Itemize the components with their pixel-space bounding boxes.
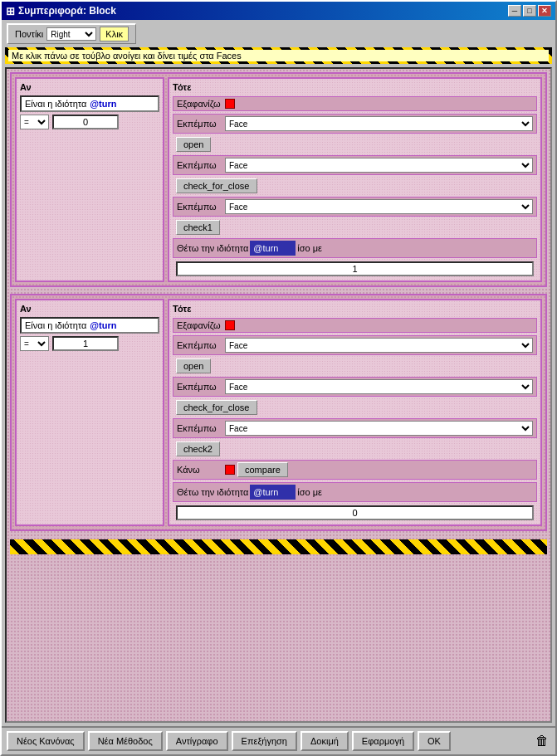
copy-button[interactable]: Αντίγραφο xyxy=(166,731,228,751)
rule2-check2-btn[interactable]: check2 xyxy=(176,441,220,456)
rule2-face-select-2[interactable]: Face xyxy=(225,379,533,394)
rule1-ekpempo1-label: Εκπέμπω xyxy=(177,119,222,129)
rule1-exafanizo-label: Εξαφανίζω xyxy=(177,99,222,109)
rule1-check-close-btn[interactable]: check_for_close xyxy=(176,178,257,193)
rule1-action-ekpempo1: Εκπέμπω Face xyxy=(173,114,537,134)
rule1-red-dot-1 xyxy=(225,99,235,109)
rule1-open-btn-row: open xyxy=(173,136,537,153)
main-window: ⊞ Συμπεριφορά: Block ─ □ ✕ Ποντίκι Right… xyxy=(0,0,557,756)
rule2-red-dot-2 xyxy=(225,465,235,475)
rule2-check-close-btn-row: check_for_close xyxy=(173,399,537,416)
rule2-row: Αν Είναι η ιδιότητα @turn = 1 xyxy=(15,299,542,526)
rule2-red-dot-1 xyxy=(225,320,235,330)
rule1-action-ekpempo2: Εκπέμπω Face xyxy=(173,155,537,175)
rule2-ekpempo2-label: Εκπέμπω xyxy=(177,382,222,392)
rule2-compare-btn[interactable]: compare xyxy=(237,462,288,477)
rule2-face-select-3[interactable]: Face xyxy=(225,421,533,436)
new-method-button[interactable]: Νέα Μέθοδος xyxy=(88,731,163,751)
rule1-action-ekpempo3: Εκπέμπω Face xyxy=(173,197,537,217)
rule2-eq-select[interactable]: = xyxy=(20,336,49,351)
rule2-action-ekpempo3: Εκπέμπω Face xyxy=(173,418,537,438)
warning-bar: Με κλικ πάνω σε τούβλο ανοίγει και δίνει… xyxy=(5,47,552,64)
rule2-action-ekpempo2: Εκπέμπω Face xyxy=(173,377,537,397)
rule2-kano-label: Κάνω xyxy=(177,465,222,475)
rule1-face-select-3[interactable]: Face xyxy=(225,199,533,214)
bottom-warning-bar xyxy=(10,539,547,554)
rule2-set-label: Θέτω την ιδιότητα xyxy=(177,487,248,497)
rule-panel-1: Αν Είναι η ιδιότητα @turn = 0 xyxy=(10,72,547,287)
title-bar-left: ⊞ Συμπεριφορά: Block xyxy=(6,5,116,17)
rule1-at-field: @turn xyxy=(250,241,296,256)
new-rule-button[interactable]: Νέος Κανόνας xyxy=(7,731,85,751)
rule-panel-2: Αν Είναι η ιδιότητα @turn = 1 xyxy=(10,294,547,531)
rule2-open-btn-row: open xyxy=(173,358,537,374)
rule2-at-field: @turn xyxy=(250,485,296,500)
rule2-open-btn[interactable]: open xyxy=(176,358,211,373)
rule2-value-field[interactable]: 1 xyxy=(52,336,119,351)
rule2-tote-label: Τότε xyxy=(173,304,537,314)
rule2-set-prop-row: Θέτω την ιδιότητα @turn ίσο με xyxy=(173,482,537,502)
rule2-set-value[interactable]: 0 xyxy=(176,505,534,520)
main-content: Με κλικ πάνω σε τούβλο ανοίγει και δίνει… xyxy=(2,44,555,726)
rules-scroll-area[interactable]: Αν Είναι η ιδιότητα @turn = 0 xyxy=(5,67,552,723)
rule1-action-exafanizo: Εξαφανίζω xyxy=(173,96,537,111)
rule1-row: Αν Είναι η ιδιότητα @turn = 0 xyxy=(15,77,542,282)
rule1-face-select-1[interactable]: Face xyxy=(225,116,533,131)
minimize-button[interactable]: ─ xyxy=(508,5,521,17)
rule1-check1-btn-row: check1 xyxy=(173,219,537,236)
rule1-set-prop-row: Θέτω την ιδιότητα @turn ίσο με xyxy=(173,238,537,258)
rule1-set-value-row: 1 xyxy=(173,261,537,277)
rule2-check-close-btn[interactable]: check_for_close xyxy=(176,400,257,415)
rule1-condition-text: Είναι η ιδιότητα xyxy=(25,99,86,109)
rule2-action-exafanizo: Εξαφανίζω xyxy=(173,318,537,333)
rule1-ekpempo3-label: Εκπέμπω xyxy=(177,202,222,212)
rule1-at-turn: @turn xyxy=(90,99,116,109)
apply-button[interactable]: Εφαρμογή xyxy=(352,731,414,751)
rule2-check2-btn-row: check2 xyxy=(173,441,537,457)
rule2-set-value-row: 0 xyxy=(173,505,537,521)
explain-button[interactable]: Επεξήγηση xyxy=(232,731,297,751)
ok-button[interactable]: OK xyxy=(418,731,451,751)
rule1-face-select-2[interactable]: Face xyxy=(225,158,533,173)
maximize-button[interactable]: □ xyxy=(523,5,536,17)
rule1-check-close-btn-row: check_for_close xyxy=(173,178,537,194)
rule2-face-select-1[interactable]: Face xyxy=(225,338,533,353)
title-bar: ⊞ Συμπεριφορά: Block ─ □ ✕ xyxy=(2,2,555,20)
rule2-av-panel: Αν Είναι η ιδιότητα @turn = 1 xyxy=(15,299,164,526)
close-button[interactable]: ✕ xyxy=(538,5,551,17)
rule1-av-panel: Αν Είναι η ιδιότητα @turn = 0 xyxy=(15,77,164,282)
rule1-eq-select[interactable]: = xyxy=(20,115,49,129)
rule1-condition-field: Είναι η ιδιότητα @turn xyxy=(20,95,159,112)
footer: Νέος Κανόνας Νέα Μέθοδος Αντίγραφο Επεξή… xyxy=(2,726,555,754)
title-bar-controls: ─ □ ✕ xyxy=(508,5,551,17)
rule1-tote-label: Τότε xyxy=(173,82,537,92)
window-title: Συμπεριφορά: Block xyxy=(18,5,116,17)
tab-ponti-label: Ποντίκι xyxy=(15,29,43,39)
rule2-iso-label: ίσο με xyxy=(297,487,322,497)
rule1-iso-label: ίσο με xyxy=(297,243,322,253)
tab-klick-label: Κλικ xyxy=(100,27,129,41)
rule2-eq-row: = 1 xyxy=(20,336,159,351)
rule2-exafanizo-label: Εξαφανίζω xyxy=(177,320,222,330)
rule1-set-label: Θέτω την ιδιότητα xyxy=(177,243,248,253)
rule1-check1-btn[interactable]: check1 xyxy=(176,220,220,235)
warning-text: Με κλικ πάνω σε τούβλο ανοίγει και δίνει… xyxy=(8,50,549,61)
rule2-ekpempo1-label: Εκπέμπω xyxy=(177,340,222,350)
trash-icon[interactable]: 🗑 xyxy=(534,732,550,750)
tab-ponti[interactable]: Ποντίκι Right Κλικ xyxy=(7,23,136,44)
rule2-condition-text: Είναι η ιδιότητα xyxy=(25,320,86,330)
rule2-ekpempo3-label: Εκπέμπω xyxy=(177,423,222,433)
window-icon: ⊞ xyxy=(6,5,15,17)
rule2-action-ekpempo1: Εκπέμπω Face xyxy=(173,335,537,355)
rule2-av-label: Αν xyxy=(20,304,159,314)
rule1-set-value[interactable]: 1 xyxy=(176,261,534,276)
rule2-tote-panel: Τότε Εξαφανίζω Εκπέμπω Face xyxy=(168,299,542,526)
test-button[interactable]: Δοκιμή xyxy=(300,731,349,751)
rule1-value-field[interactable]: 0 xyxy=(52,115,119,129)
rule1-open-btn[interactable]: open xyxy=(176,137,211,152)
rule2-at-turn: @turn xyxy=(90,320,116,330)
rule2-condition-field: Είναι η ιδιότητα @turn xyxy=(20,317,159,334)
tab-area: Ποντίκι Right Κλικ xyxy=(2,20,555,44)
rule1-ekpempo2-label: Εκπέμπω xyxy=(177,160,222,170)
tab-dropdown[interactable]: Right xyxy=(46,27,96,41)
